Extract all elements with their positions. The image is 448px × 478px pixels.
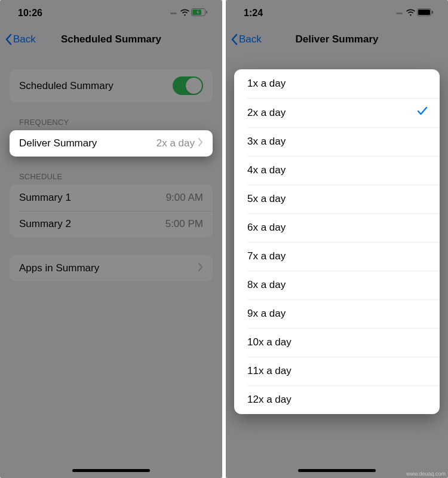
cellular-dots-icon: •••• <box>396 10 402 17</box>
screenshot-left: 10:26 •••• Back Scheduled Summary Schedu… <box>0 0 222 478</box>
toggle-knob-icon <box>186 78 202 94</box>
frequency-option[interactable]: 11x a day <box>234 357 440 385</box>
toggle-switch[interactable] <box>173 76 203 95</box>
schedule-item-time: 9:00 AM <box>166 192 203 204</box>
schedule-row[interactable]: Summary 2 5:00 PM <box>10 211 213 237</box>
status-time: 1:24 <box>244 8 263 19</box>
frequency-option[interactable]: 6x a day <box>234 213 440 242</box>
option-label: 2x a day <box>247 107 286 119</box>
chevron-right-icon <box>198 137 203 149</box>
status-indicators: •••• <box>396 8 434 19</box>
frequency-option[interactable]: 2x a day <box>234 98 440 127</box>
nav-bar: Back Deliver Summary <box>226 26 448 53</box>
schedule-item-time: 5:00 PM <box>165 218 203 230</box>
back-button[interactable]: Back <box>5 33 36 45</box>
schedule-item-label: Summary 2 <box>19 218 71 230</box>
frequency-option[interactable]: 12x a day <box>234 385 440 414</box>
group-toggle: Scheduled Summary <box>10 69 213 102</box>
cellular-dots-icon: •••• <box>170 10 176 17</box>
status-bar: 10:26 •••• <box>0 0 222 26</box>
back-label: Back <box>13 33 36 45</box>
checkmark-icon <box>417 106 428 119</box>
frequency-option[interactable]: 9x a day <box>234 299 440 328</box>
scheduled-summary-toggle-row[interactable]: Scheduled Summary <box>10 69 213 102</box>
option-label: 10x a day <box>247 336 291 348</box>
frequency-header: FREQUENCY <box>10 102 213 130</box>
option-label: 11x a day <box>247 365 291 377</box>
svg-rect-5 <box>432 11 433 14</box>
schedule-header: SCHEDULE <box>10 157 213 185</box>
option-label: 12x a day <box>247 394 291 406</box>
svg-rect-4 <box>418 10 430 15</box>
frequency-option[interactable]: 8x a day <box>234 271 440 299</box>
option-label: 6x a day <box>247 222 286 234</box>
group-apps: Apps in Summary <box>10 255 213 281</box>
svg-rect-2 <box>206 11 207 14</box>
frequency-option[interactable]: 4x a day <box>234 156 440 185</box>
wifi-icon <box>180 8 190 19</box>
deliver-summary-label: Deliver Summary <box>19 137 97 149</box>
group-frequency: Deliver Summary 2x a day <box>10 130 213 157</box>
toggle-label: Scheduled Summary <box>19 80 113 92</box>
deliver-summary-value: 2x a day <box>157 137 195 149</box>
settings-content: Scheduled Summary FREQUENCY Deliver Summ… <box>0 69 222 281</box>
option-label: 5x a day <box>247 193 286 205</box>
status-bar: 1:24 •••• <box>226 0 448 26</box>
home-indicator[interactable] <box>298 469 376 472</box>
watermark: www.deuaq.com <box>406 471 446 477</box>
chevron-left-icon <box>231 33 238 45</box>
frequency-option[interactable]: 10x a day <box>234 328 440 357</box>
option-label: 7x a day <box>247 250 286 262</box>
frequency-picker: 1x a day 2x a day 3x a day 4x a day 5x a… <box>234 69 440 414</box>
apps-in-summary-label: Apps in Summary <box>19 262 99 274</box>
option-label: 3x a day <box>247 136 286 148</box>
home-indicator[interactable] <box>72 469 150 472</box>
option-label: 8x a day <box>247 279 286 291</box>
group-schedule: Summary 1 9:00 AM Summary 2 5:00 PM <box>10 185 213 237</box>
status-indicators: •••• <box>170 8 208 19</box>
nav-bar: Back Scheduled Summary <box>0 26 222 53</box>
chevron-left-icon <box>5 33 12 45</box>
deliver-summary-row[interactable]: Deliver Summary 2x a day <box>10 130 213 157</box>
schedule-row[interactable]: Summary 1 9:00 AM <box>10 185 213 211</box>
battery-charging-icon <box>191 8 208 19</box>
status-time: 10:26 <box>18 8 42 19</box>
frequency-option[interactable]: 1x a day <box>234 69 440 98</box>
chevron-right-icon <box>198 262 203 274</box>
wifi-icon <box>406 8 416 19</box>
apps-in-summary-row[interactable]: Apps in Summary <box>10 255 213 281</box>
battery-icon <box>417 8 434 19</box>
frequency-option[interactable]: 7x a day <box>234 242 440 271</box>
screenshot-right: 1:24 •••• Back Deliver Summary 1x a day … <box>226 0 448 478</box>
option-label: 9x a day <box>247 308 286 320</box>
back-button[interactable]: Back <box>231 33 262 45</box>
frequency-option[interactable]: 3x a day <box>234 127 440 156</box>
back-label: Back <box>239 33 262 45</box>
option-label: 1x a day <box>247 78 286 90</box>
option-label: 4x a day <box>247 164 286 176</box>
schedule-item-label: Summary 1 <box>19 192 71 204</box>
frequency-option[interactable]: 5x a day <box>234 185 440 213</box>
